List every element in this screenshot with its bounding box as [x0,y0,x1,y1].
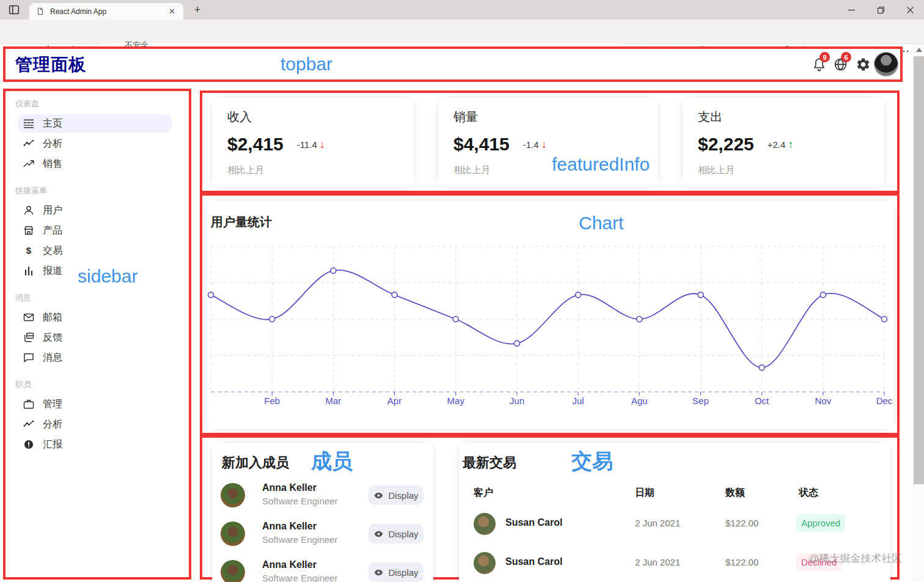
member-name: Anna Keller [262,482,317,493]
browser-tab[interactable]: React Admin App ✕ [29,3,183,20]
sidebar-item-report[interactable]: 汇报 [18,435,172,454]
page-favicon [35,7,45,16]
transactions-header-customer: 客户 [474,487,493,499]
svg-text:Mar: Mar [325,396,341,406]
window-close-button[interactable] [896,0,924,20]
member-role: Software Engineer [262,573,337,582]
sidebar-item-label: 主页 [43,117,62,130]
home-lines-icon [23,117,35,130]
storefront-icon [23,224,35,237]
member-role: Software Engineer [262,496,337,506]
window-minimize-button[interactable] [837,0,865,20]
member-name: Anna Keller [262,559,317,570]
display-button[interactable]: Display [369,524,424,543]
svg-text:Feb: Feb [264,396,280,406]
sidebar-item-feedback[interactable]: 反馈 [18,328,172,347]
sidebar-item-transactions[interactable]: $ 交易 [18,241,172,260]
chat-icon [23,352,35,364]
watermark: @稀土掘金技术社区 [809,551,902,565]
sidebar-item-label: 消息 [43,352,62,364]
transactions-title: 最新交易 [463,454,890,472]
sidebar-item-messages[interactable]: 消息 [18,348,172,367]
transaction-amount: $122.00 [725,557,758,567]
sidebar-item-label: 汇报 [43,438,62,451]
sidebar-item-label: 管理 [43,398,62,411]
scrollbar-up-arrow[interactable] [916,48,922,52]
user-avatar[interactable] [874,52,898,76]
featured-value: $4,415 [453,134,510,155]
display-button[interactable]: Display [369,562,424,582]
new-tab-button[interactable]: + [189,2,205,18]
transactions-header-date: 日期 [635,487,654,499]
featured-subtitle: 相比上月 [453,164,643,176]
sidebar-item-sales[interactable]: 销售 [18,155,172,173]
sidebar-item-label: 交易 [43,245,62,257]
svg-text:May: May [447,396,465,406]
transaction-row: Susan Carol 2 Jun 2021 $122.00 Approved [459,506,890,542]
featured-annotation-box: 收入 $2,415 -11.4 ↓ 相比上月 销量 $4,415 -1.4 ↓ … [200,90,900,193]
member-avatar [221,521,245,546]
chart-annotation-box: 用户量统计 Chart FebMarAprMayJunJulAguSepOctN… [200,193,900,435]
sidebar-item-staff-analytics[interactable]: 分析 [18,415,172,433]
bar-chart-icon [23,265,35,277]
status-badge-approved: Approved [796,514,845,532]
eye-icon [373,529,384,539]
settings-gear-icon[interactable] [856,57,871,72]
transactions-header-status: 状态 [799,487,818,499]
browser-titlebar: React Admin App ✕ + [0,0,924,20]
trending-up-icon [23,158,35,170]
workspaces-icon[interactable] [7,3,21,17]
dollar-icon: $ [23,245,35,257]
display-button-label: Display [388,490,418,501]
svg-text:Dec: Dec [876,396,893,406]
transaction-customer: Susan Carol [505,517,562,528]
timeline-icon [23,418,35,430]
sidebar-section-notifications: 消息 邮箱 反馈 消息 [15,292,189,367]
sidebar-item-home[interactable]: 主页 [18,114,172,133]
featured-rate: -11.4 [297,139,317,150]
scrollbar-thumb[interactable] [914,56,924,484]
topbar-annotation-label: topbar [280,54,332,75]
svg-text:Nov: Nov [815,396,831,406]
browser-toolbar: 不安全 | 39.106.226.238:3000 A [0,20,924,44]
app-logo[interactable]: 管理面板 [15,53,86,76]
member-row: Anna Keller Software Engineer Display [212,555,433,582]
featured-rate: -1.4 [523,139,539,150]
mail-icon [23,311,35,323]
svg-text:$: $ [26,245,32,256]
display-button[interactable]: Display [369,485,424,505]
svg-text:Sep: Sep [692,396,709,406]
sidebar-section-title: 快捷菜单 [15,185,189,196]
featured-title: 销量 [453,109,643,125]
tab-title: React Admin App [50,7,167,16]
sidebar-item-mail[interactable]: 邮箱 [18,308,172,326]
svg-text:Agu: Agu [631,396,648,406]
sidebar-section-dashboard: 仪表盘 主页 分析 销售 [15,98,189,173]
transaction-avatar [474,552,496,574]
member-role: Software Engineer [262,534,337,545]
featured-subtitle: 相比上月 [698,164,869,176]
member-row: Anna Keller Software Engineer Display [212,517,433,551]
eye-icon [373,490,384,501]
member-avatar [221,483,245,507]
person-icon [23,204,35,216]
sidebar-item-manage[interactable]: 管理 [18,395,172,413]
arrow-down-icon: ↓ [541,138,547,151]
featured-card-revenue: 收入 $2,415 -11.4 ↓ 相比上月 [212,98,414,187]
display-button-label: Display [388,529,418,539]
transaction-customer: Susan Carol [505,556,562,567]
sidebar-item-users[interactable]: 用户 [18,201,172,219]
svg-text:Apr: Apr [387,396,402,406]
window-restore-button[interactable] [867,0,895,20]
sidebar-item-products[interactable]: 产品 [18,221,172,240]
member-name: Anna Keller [262,521,317,532]
sidebar-item-label: 用户 [43,204,62,217]
sidebar-item-label: 报道 [43,265,62,278]
sidebar-item-label: 销售 [43,158,62,171]
sidebar-item-analytics[interactable]: 分析 [18,134,172,153]
transaction-amount: $122.00 [725,518,758,528]
featured-subtitle: 相比上月 [227,164,398,176]
widgets-annotation-box: 新加入成员 Anna Keller Software Engineer Disp… [200,435,900,580]
sidebar-item-reports[interactable]: 报道 [18,262,172,280]
tab-close-icon[interactable]: ✕ [167,7,177,16]
